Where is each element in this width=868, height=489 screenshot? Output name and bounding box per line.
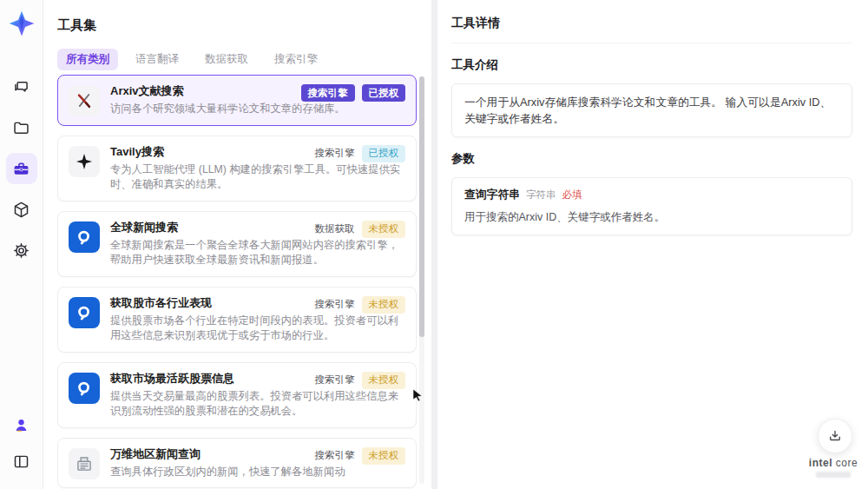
panel-toggle-icon	[12, 453, 30, 471]
auth-status-badge: 已授权	[362, 84, 406, 102]
toolbox-nav-button[interactable]	[6, 153, 37, 184]
tool-description: 提供当天交易量最高的股票列表。投资者可以利用这些信息来识别流动性强的股票和潜在的…	[110, 389, 405, 420]
blue-app-icon	[69, 221, 100, 253]
tool-description: 专为人工智能代理 (LLM) 构建的搜索引擎工具。可快速提供实时、准确和真实的结…	[110, 162, 405, 193]
gear-icon	[12, 241, 30, 260]
chat-icon	[12, 78, 30, 96]
intel-core-badge: intel core	[806, 457, 861, 478]
folder-icon	[12, 119, 30, 137]
auth-status-badge: 未授权	[362, 447, 406, 465]
param-name: 查询字符串	[464, 188, 520, 202]
mouse-cursor	[412, 389, 423, 401]
packages-nav-button[interactable]	[6, 194, 37, 225]
category-tab[interactable]: 搜索引擎	[266, 49, 326, 70]
avatar-icon	[12, 416, 30, 434]
user-profile-button[interactable]	[6, 409, 37, 440]
auth-status-badge: 已授权	[362, 145, 406, 162]
param-box: 查询字符串 字符串 必填 用于搜索的Arxiv ID、关键字或作者姓名。	[451, 177, 852, 235]
category-badge: 搜索引擎	[315, 298, 355, 311]
tools-panel: 工具集 所有类别 语言翻译 数据获取 搜索引擎 Arxiv文献搜索 访问各个研究…	[43, 0, 431, 489]
params-section-title: 参数	[451, 151, 852, 167]
details-title: 工具详情	[451, 16, 852, 43]
toolbox-icon	[12, 160, 30, 178]
brand-intel: intel	[809, 457, 832, 469]
auth-status-badge: 未授权	[362, 372, 406, 389]
category-tabs: 所有类别 语言翻译 数据获取 搜索引擎	[57, 49, 326, 70]
app-logo-icon	[6, 7, 37, 40]
collapse-panel-button[interactable]	[6, 446, 37, 477]
tool-card[interactable]: 全球新闻搜索 全球新闻搜索是一个聚合全球各大新闻网站内容的搜索引擎，帮助用户快速…	[57, 211, 417, 277]
intro-section-title: 工具介绍	[451, 57, 852, 73]
panel-divider	[431, 0, 437, 489]
tool-details-panel: 工具详情 工具介绍 一个用于从Arxiv存储库搜索科学论文和文章的工具。 输入可…	[437, 0, 868, 489]
tool-card[interactable]: 万维地区新闻查询 查询具体行政区划内的新闻，快速了解各地新闻动 搜索引擎 未授权	[57, 438, 417, 489]
tool-card[interactable]: 获取股市各行业表现 提供股票市场各个行业在特定时间段内的表现。投资者可以利用这些…	[57, 287, 417, 353]
category-tab[interactable]: 语言翻译	[127, 49, 187, 70]
tool-card[interactable]: 获取市场最活跃股票信息 提供当天交易量最高的股票列表。投资者可以利用这些信息来识…	[57, 362, 417, 428]
tool-description: 访问各个研究领域大量科学论文和文章的存储库。	[110, 102, 405, 117]
chat-nav-button[interactable]	[6, 71, 37, 102]
download-icon	[827, 428, 843, 444]
category-badge: 搜索引擎	[315, 373, 355, 387]
param-required-flag: 必填	[562, 188, 582, 202]
scrollbar-thumb[interactable]	[419, 76, 424, 337]
params-list: 查询字符串 字符串 必填 用于搜索的Arxiv ID、关键字或作者姓名。	[451, 177, 852, 235]
category-tab[interactable]: 数据获取	[196, 49, 257, 70]
tool-description: 全球新闻搜索是一个聚合全球各大新闻网站内容的搜索引擎，帮助用户快速获取全球最新资…	[110, 238, 405, 268]
intro-text: 一个用于从Arxiv存储库搜索科学论文和文章的工具。 输入可以是Arxiv ID…	[464, 94, 839, 127]
category-badge: 搜索引擎	[301, 84, 355, 102]
tool-description: 提供股票市场各个行业在特定时间段内的表现。投资者可以利用这些信息来识别表现优于或…	[110, 314, 405, 344]
tool-card[interactable]: Tavily搜索 专为人工智能代理 (LLM) 构建的搜索引擎工具。可快速提供实…	[57, 135, 417, 202]
category-badge: 搜索引擎	[315, 449, 355, 462]
tool-card[interactable]: Arxiv文献搜索 访问各个研究领域大量科学论文和文章的存储库。 搜索引擎 已授…	[57, 75, 417, 126]
blue-app-icon	[69, 297, 100, 328]
arxiv-icon	[69, 85, 100, 116]
cube-icon	[12, 201, 30, 219]
category-tab[interactable]: 所有类别	[57, 49, 118, 70]
settings-nav-button[interactable]	[6, 235, 37, 266]
intro-box: 一个用于从Arxiv存储库搜索科学论文和文章的工具。 输入可以是Arxiv ID…	[451, 83, 852, 137]
brand-core: core	[836, 457, 858, 469]
files-nav-button[interactable]	[6, 112, 37, 143]
category-badge: 搜索引擎	[315, 147, 355, 160]
category-badge: 数据获取	[315, 222, 355, 235]
building-icon	[69, 448, 100, 479]
download-button[interactable]	[818, 419, 852, 453]
tavily-icon	[69, 146, 100, 177]
page-title: 工具集	[57, 17, 96, 34]
auth-status-badge: 未授权	[362, 296, 406, 314]
auth-status-badge: 未授权	[362, 221, 406, 238]
tool-list: Arxiv文献搜索 访问各个研究领域大量科学论文和文章的存储库。 搜索引擎 已授…	[57, 75, 417, 489]
tool-description: 查询具体行政区划内的新闻，快速了解各地新闻动	[110, 465, 405, 480]
app-window: 工具集 所有类别 语言翻译 数据获取 搜索引擎 Arxiv文献搜索 访问各个研究…	[0, 0, 868, 489]
param-type: 字符串	[526, 188, 556, 202]
blue-app-icon	[69, 373, 100, 404]
param-description: 用于搜索的Arxiv ID、关键字或作者姓名。	[464, 210, 839, 225]
left-rail	[0, 0, 43, 489]
list-scrollbar	[419, 76, 424, 484]
